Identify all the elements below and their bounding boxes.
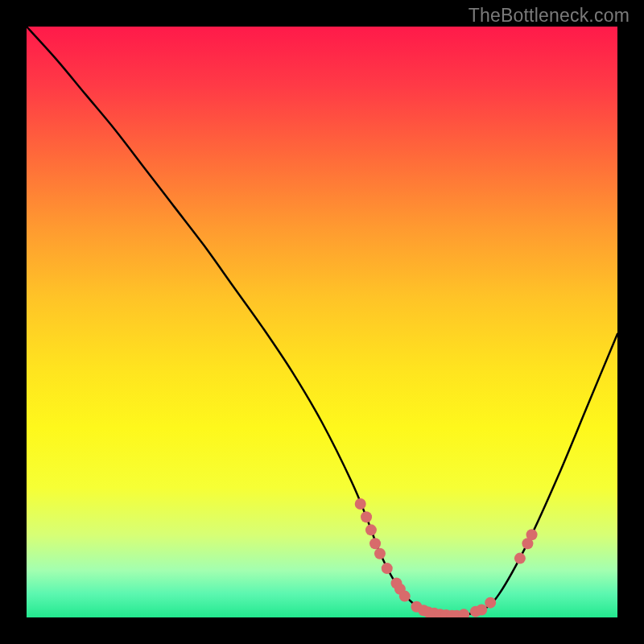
- data-point: [458, 609, 469, 617]
- data-point: [361, 511, 372, 522]
- data-point: [399, 591, 411, 602]
- data-point: [514, 553, 526, 564]
- watermark-text: TheBottleneck.com: [469, 5, 630, 27]
- chart-container: TheBottleneck.com: [0, 0, 644, 644]
- data-points-group: [355, 498, 538, 617]
- chart-svg: [27, 27, 617, 617]
- data-point: [382, 563, 393, 574]
- data-point: [355, 498, 366, 510]
- data-point: [374, 548, 386, 559]
- data-point: [369, 538, 381, 549]
- data-point: [526, 529, 538, 540]
- plot-area: [27, 27, 617, 617]
- data-point: [476, 604, 487, 615]
- data-point: [365, 524, 377, 535]
- data-point: [485, 597, 496, 609]
- bottleneck-curve: [27, 27, 617, 616]
